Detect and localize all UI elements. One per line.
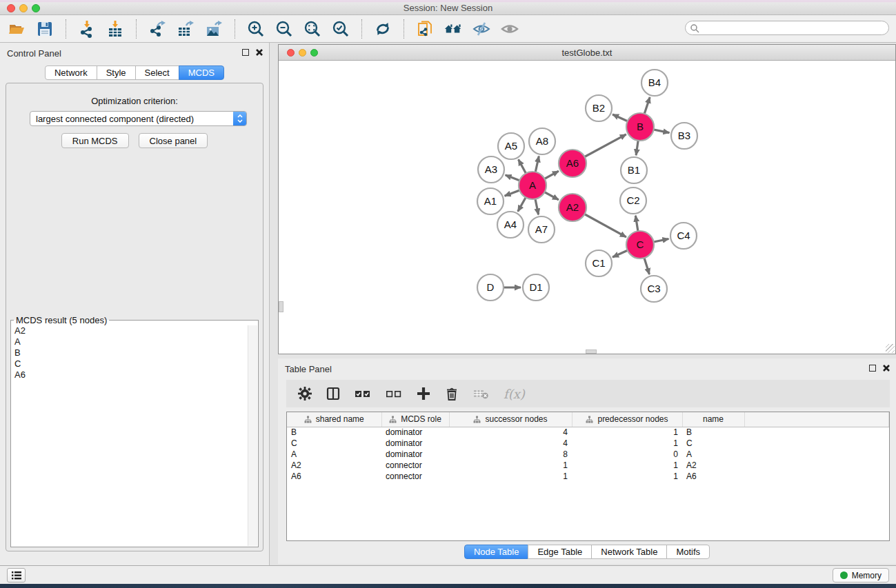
float-table-panel-icon[interactable] — [869, 365, 876, 372]
graph-node[interactable]: D — [477, 274, 504, 301]
table-cell[interactable]: A6 — [682, 471, 744, 482]
graph-node[interactable]: C2 — [620, 187, 646, 214]
tab-style[interactable]: Style — [97, 65, 136, 80]
column-header[interactable]: name — [682, 412, 744, 427]
tab-network[interactable]: Network — [45, 65, 97, 80]
show-all-icon[interactable] — [500, 19, 519, 39]
table-cell[interactable]: A2 — [682, 460, 744, 471]
table-row[interactable]: A6connector11A6 — [287, 471, 889, 482]
graph-node[interactable]: A2 — [559, 194, 586, 221]
table-cell[interactable]: dominator — [381, 449, 449, 460]
show-column-icon[interactable] — [326, 386, 341, 401]
table-mode-gear-icon[interactable] — [297, 386, 312, 401]
graph-node[interactable]: B4 — [641, 70, 668, 96]
show-task-history-button[interactable] — [7, 568, 26, 582]
search-input[interactable] — [702, 23, 875, 33]
result-item[interactable]: A2 — [12, 325, 248, 336]
tab-motifs[interactable]: Motifs — [666, 545, 710, 559]
delete-columns-icon[interactable] — [444, 386, 459, 401]
graph-node[interactable]: A4 — [497, 212, 524, 238]
graph-node[interactable]: C — [626, 231, 654, 258]
memory-button[interactable]: Memory — [833, 568, 889, 582]
table-cell[interactable]: A6 — [287, 471, 381, 482]
table-row[interactable]: A2connector11A2 — [287, 460, 889, 471]
tab-select[interactable]: Select — [135, 65, 179, 80]
refresh-icon[interactable] — [373, 19, 392, 39]
result-item[interactable]: A — [12, 336, 248, 347]
node-table[interactable]: shared nameMCDS rolesuccessor nodesprede… — [286, 412, 890, 541]
graph-node[interactable]: A3 — [478, 156, 504, 183]
open-session-icon[interactable] — [7, 19, 26, 39]
export-table-icon[interactable] — [176, 19, 195, 39]
tab-mcds[interactable]: MCDS — [179, 65, 224, 80]
search-field[interactable] — [685, 21, 889, 35]
graph-node[interactable]: B3 — [671, 123, 697, 149]
table-cell[interactable]: 1 — [572, 460, 682, 471]
zoom-out-icon[interactable] — [275, 19, 294, 39]
criterion-select[interactable]: largest connected component (directed) — [30, 111, 247, 126]
graph-node[interactable]: A1 — [477, 188, 504, 214]
hide-selected-icon[interactable] — [472, 19, 491, 39]
graph-node[interactable]: D1 — [523, 274, 549, 301]
unselect-all-columns-icon[interactable] — [385, 386, 403, 401]
table-cell[interactable]: A2 — [287, 460, 381, 471]
graph-node[interactable]: B1 — [621, 157, 647, 183]
table-cell[interactable]: 8 — [449, 449, 572, 460]
column-header[interactable]: successor nodes — [449, 412, 572, 427]
table-row[interactable]: Adominator80A — [287, 449, 889, 460]
canvas-horizontal-scroll-thumb[interactable] — [586, 349, 597, 354]
first-neighbors-icon[interactable] — [444, 19, 463, 39]
graph-node[interactable]: C3 — [641, 276, 667, 302]
create-column-icon[interactable] — [416, 386, 431, 401]
table-cell[interactable]: 1 — [572, 427, 682, 438]
result-item[interactable]: B — [12, 347, 248, 358]
graph-node[interactable]: A5 — [498, 133, 524, 159]
table-cell[interactable]: 1 — [449, 471, 572, 482]
graph-node[interactable]: A — [519, 172, 546, 199]
canvas-vertical-scroll-thumb[interactable] — [279, 301, 283, 312]
table-cell[interactable]: A — [682, 449, 744, 460]
graph-node[interactable]: C4 — [670, 223, 697, 249]
graph-node[interactable]: B2 — [586, 95, 612, 121]
graph-node[interactable]: C1 — [586, 250, 612, 276]
table-row[interactable]: Bdominator41B — [287, 427, 889, 438]
window-resize-grip[interactable] — [886, 344, 895, 353]
network-canvas[interactable]: B4B2BB3A8A5A6A3B1AC2A1A2A4A7C4CC1C3DD1 — [279, 61, 895, 354]
close-table-panel-icon[interactable] — [882, 364, 890, 372]
table-row[interactable]: Cdominator41C — [287, 438, 889, 449]
import-network-icon[interactable] — [77, 19, 97, 39]
column-header[interactable]: predecessor nodes — [572, 412, 682, 427]
table-cell[interactable]: dominator — [381, 438, 449, 449]
new-network-from-selection-icon[interactable] — [415, 19, 435, 39]
table-cell[interactable]: 4 — [449, 438, 572, 449]
tab-edge-table[interactable]: Edge Table — [528, 545, 592, 559]
save-session-icon[interactable] — [35, 19, 54, 39]
close-panel-icon[interactable] — [255, 48, 263, 57]
table-cell[interactable]: 4 — [449, 427, 572, 438]
table-cell[interactable]: connector — [381, 460, 449, 471]
table-cell[interactable]: 0 — [572, 449, 682, 460]
table-cell[interactable]: C — [287, 438, 381, 449]
graph-node[interactable]: A6 — [559, 150, 586, 177]
select-all-columns-icon[interactable] — [354, 386, 372, 401]
graph-node[interactable]: A7 — [528, 216, 555, 243]
table-cell[interactable]: A — [287, 449, 381, 460]
column-header[interactable]: MCDS role — [381, 412, 449, 427]
float-panel-icon[interactable] — [242, 49, 249, 56]
table-cell[interactable]: B — [287, 427, 381, 438]
result-item[interactable]: A6 — [12, 369, 248, 381]
zoom-in-icon[interactable] — [246, 19, 266, 39]
zoom-fit-icon[interactable] — [303, 19, 322, 39]
table-cell[interactable]: dominator — [381, 427, 449, 438]
result-scrollbar[interactable] — [248, 325, 257, 546]
table-cell[interactable]: 1 — [449, 460, 572, 471]
export-network-icon[interactable] — [148, 19, 167, 39]
result-item[interactable]: C — [12, 358, 248, 369]
export-image-icon[interactable] — [204, 19, 223, 39]
close-panel-button[interactable]: Close panel — [139, 133, 208, 148]
mcds-result-list[interactable]: A2ABCA6 — [12, 325, 248, 546]
tab-network-table[interactable]: Network Table — [591, 545, 667, 559]
table-cell[interactable]: C — [682, 438, 744, 449]
tab-node-table[interactable]: Node Table — [464, 545, 529, 559]
import-table-icon[interactable] — [106, 19, 125, 39]
